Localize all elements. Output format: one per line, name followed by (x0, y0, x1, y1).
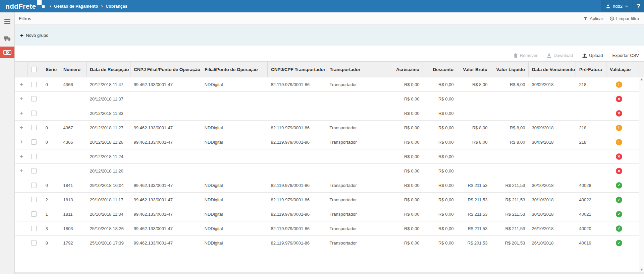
cell-validacao: ! (606, 121, 639, 135)
remove-button[interactable]: Remover (514, 53, 538, 58)
cell-serie (42, 92, 60, 106)
row-checkbox[interactable] (31, 240, 37, 246)
row-checkbox[interactable] (31, 183, 37, 188)
clear-filter-icon (610, 16, 614, 21)
cell-vencimento (529, 92, 576, 106)
cell-transportador: Transportador (326, 178, 390, 193)
cell-cnpj_filial: 99.462.133/0001-47 (130, 236, 201, 250)
clear-filter-button[interactable]: Limpar filtro (610, 16, 639, 21)
cell-cnpj_transportador: 82.119.979/0001-86 (268, 221, 326, 236)
breadcrumb-cobrancas[interactable]: Cobranças (106, 4, 127, 9)
expand-row-button[interactable]: + (20, 124, 23, 131)
cell-cnpj_filial (130, 106, 201, 121)
select-all-checkbox[interactable] (31, 67, 37, 72)
expand-cell: + (15, 149, 28, 164)
apply-filter-button[interactable]: Aplicar (583, 16, 603, 21)
scrollbar-track[interactable] (639, 77, 644, 272)
col-header-filial[interactable]: Filial/Ponto de Operação (201, 62, 268, 77)
scroll-up-arrow-icon[interactable] (640, 78, 643, 80)
expand-row-button[interactable]: + (20, 95, 23, 102)
row-checkbox[interactable] (31, 139, 37, 145)
col-header-valor-liquido[interactable]: Valor Líquido (491, 62, 529, 77)
cell-pre_fatura: 218 (576, 77, 606, 92)
cell-cnpj_filial: 99.462.133/0001-47 (130, 178, 201, 193)
table-row: +20/12/2018 11:33R$ 0,00R$ 0,00✕ (15, 106, 639, 121)
col-header-acrescimo[interactable]: Acréscimo (390, 62, 423, 77)
col-header-recepcao[interactable]: Data de Recepção↓ (87, 62, 130, 77)
new-group-button[interactable]: + Novo grupo (20, 32, 48, 38)
col-header-transportador[interactable]: Transportador (326, 62, 390, 77)
download-icon (547, 53, 551, 58)
checkbox-cell (28, 207, 42, 221)
cell-pre_fatura: 218 (576, 121, 606, 135)
cell-desconto: R$ 0,00 (423, 207, 457, 221)
col-header-cnpj-filial[interactable]: CNPJ Filial/Ponto de Operação (130, 62, 201, 77)
expand-row-button[interactable]: + (20, 110, 23, 116)
col-header-serie[interactable]: Série (42, 62, 60, 77)
breadcrumb-gestao-de-pagamento[interactable]: Gestão de Pagamento (54, 4, 98, 9)
export-csv-button[interactable]: Exportar CSV (612, 53, 639, 58)
download-button[interactable]: Download (547, 53, 573, 58)
cell-vencimento: 26/10/2018 (529, 236, 576, 250)
col-header-pre-fatura[interactable]: Pré-Fatura (576, 62, 606, 77)
upload-label: Upload (589, 53, 603, 58)
cell-serie: 0 (42, 77, 60, 92)
row-checkbox[interactable] (31, 211, 37, 217)
horizontal-scrollbar[interactable] (15, 272, 644, 274)
cell-pre_fatura: 40022 (576, 193, 606, 207)
cell-valor_bruto (457, 149, 491, 164)
row-checkbox[interactable] (31, 226, 37, 231)
cell-vencimento (529, 149, 576, 164)
validation-warning-icon: ! (616, 81, 622, 88)
expand-row-button[interactable]: + (20, 167, 23, 174)
row-checkbox[interactable] (31, 82, 37, 87)
col-header-cnpj-transportador[interactable]: CNPJ/CPF Transportador (268, 62, 326, 77)
validation-warning-icon: ! (616, 139, 622, 145)
expand-cell (15, 178, 28, 193)
col-header-desconto[interactable]: Desconto (423, 62, 457, 77)
vertical-scrollbar[interactable] (639, 61, 644, 272)
table-row: +0436620/12/2018 11:2699.462.133/0001-47… (15, 135, 639, 149)
cell-pre_fatura (576, 106, 606, 121)
row-checkbox[interactable] (31, 154, 37, 159)
hamburger-icon (4, 19, 10, 24)
col-header-validacao[interactable]: Validação (606, 62, 639, 77)
cell-cnpj_filial (130, 92, 201, 106)
table-row: 3180325/10/2018 18:2699.462.133/0001-47N… (15, 221, 639, 236)
cell-desconto: R$ 0,00 (423, 236, 457, 250)
expand-row-button[interactable]: + (20, 153, 23, 159)
col-header-numero[interactable]: Número (60, 62, 87, 77)
sidebar-item-freight[interactable] (0, 30, 14, 47)
table-row: +20/12/2018 11:37R$ 0,00R$ 0,00✕ (15, 92, 639, 106)
col-header-valor-bruto[interactable]: Valor Bruto (457, 62, 491, 77)
user-menu[interactable]: ndd2 (601, 0, 633, 12)
chevron-down-icon (625, 5, 628, 7)
checkbox-cell (28, 178, 42, 193)
row-checkbox[interactable] (31, 96, 37, 101)
cell-pre_fatura: 40028 (576, 178, 606, 193)
cell-cnpj_filial: 99.462.133/0001-47 (130, 221, 201, 236)
expand-row-button[interactable]: + (20, 139, 23, 145)
checkbox-cell (28, 121, 42, 135)
upload-button[interactable]: Upload (582, 53, 603, 58)
sidebar-menu-button[interactable] (0, 12, 14, 30)
row-checkbox[interactable] (31, 111, 37, 116)
cell-cnpj_filial: 99.462.133/0001-47 (130, 77, 201, 92)
scroll-down-arrow-icon[interactable] (640, 269, 643, 271)
validation-ok-icon: ✓ (616, 211, 622, 217)
validation-error-icon: ✕ (616, 110, 622, 117)
expand-row-button[interactable]: + (20, 81, 23, 87)
sidebar-item-billing[interactable]: 1 (0, 47, 14, 58)
cell-validacao: ✕ (606, 92, 639, 106)
cell-valor_liquido: R$ 211,53 (491, 178, 529, 193)
row-checkbox[interactable] (31, 197, 37, 202)
row-checkbox[interactable] (31, 168, 37, 174)
cell-serie: 0 (42, 135, 60, 149)
help-button[interactable]: ? (633, 0, 644, 12)
cell-vencimento: 30/09/2018 (529, 77, 576, 92)
logo-square-icon (37, 0, 42, 5)
row-checkbox[interactable] (31, 125, 37, 130)
cell-pre_fatura: 40021 (576, 207, 606, 221)
topbar-right: ndd2 ? (601, 0, 644, 12)
col-header-vencimento[interactable]: Data de Vencimento (529, 62, 576, 77)
